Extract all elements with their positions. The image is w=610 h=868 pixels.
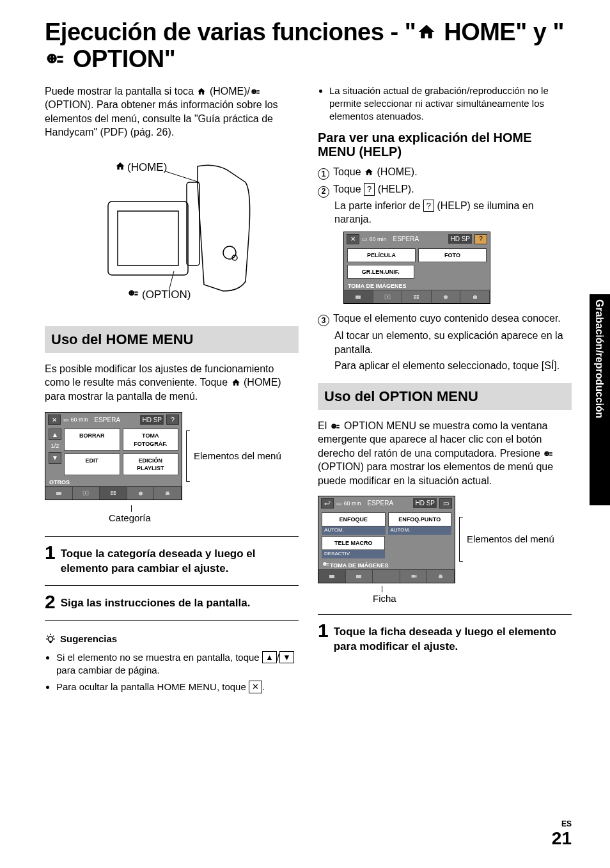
annotation-items: Elementos del menú	[194, 450, 281, 462]
menu-item[interactable]: PELÍCULA	[347, 248, 416, 262]
menu-item[interactable]: TOMA FOTOGRÁF.	[123, 429, 179, 450]
note-item: La situación actual de grabación/reprodu…	[329, 84, 572, 123]
help-step-1: 1Toque (HOME).	[318, 165, 572, 180]
home-menu-section-header: Uso del HOME MENU	[45, 326, 299, 353]
down-icon[interactable]: ▼	[49, 452, 61, 464]
menu-item[interactable]: EDIT	[64, 454, 120, 475]
svg-rect-15	[108, 201, 188, 275]
note-list: La situación actual de grabación/reprodu…	[318, 84, 572, 123]
option-icon	[543, 450, 554, 459]
back-icon[interactable]: ⮐	[321, 498, 334, 509]
menu-item[interactable]: FOTO	[418, 248, 487, 262]
battery-indicator: ▭ 60 min	[362, 235, 387, 243]
left-column: Puede mostrar la pantalla si toca (HOME)…	[45, 84, 299, 842]
page-footer: ES 21	[552, 819, 572, 849]
svg-rect-14	[187, 182, 199, 265]
menu-item[interactable]: ENFOQUE	[322, 512, 386, 526]
diagram-option-label: (OPTION)	[142, 288, 191, 301]
svg-rect-39	[411, 575, 415, 578]
svg-rect-24	[111, 494, 113, 496]
battery-indicator: ▭ 60 min	[63, 416, 88, 423]
svg-rect-33	[414, 297, 416, 299]
home-menu-screenshot: ✕ ▭ 60 min ESPERA HD SP ? ▲ 1/2 ▼	[45, 412, 299, 500]
annotation-items: Elementos del menú	[467, 533, 554, 546]
svg-rect-41	[439, 574, 442, 576]
help-icon[interactable]: ?	[474, 234, 487, 244]
close-icon[interactable]: ✕	[48, 414, 61, 425]
svg-rect-31	[414, 295, 416, 297]
svg-rect-36	[474, 296, 476, 297]
title-option: OPTION"	[66, 45, 175, 72]
menu-item[interactable]: ENFOQ.PUNTO	[388, 512, 452, 526]
section-tab: Grabación/reproducción	[590, 294, 610, 505]
down-icon: ▼	[279, 651, 294, 664]
svg-marker-21	[85, 493, 87, 494]
svg-rect-16	[118, 211, 178, 265]
page-number: 21	[552, 828, 572, 849]
svg-rect-38	[356, 575, 361, 578]
right-column: La situación actual de grabación/reprodu…	[318, 84, 572, 842]
home-menu-paragraph: Es posible modificar los ajustes de func…	[45, 362, 299, 404]
help-icon[interactable]: ?	[166, 414, 179, 425]
up-icon[interactable]: ▲	[49, 429, 61, 440]
help-step-3: 3Toque el elemento cuyo contenido desea …	[318, 312, 572, 373]
option-menu-section-header: Uso del OPTION MENU	[318, 383, 572, 410]
close-icon: ✕	[249, 681, 262, 693]
battery-indicator: ▭ 60 min	[336, 500, 361, 507]
step-1: 1 Toque la categoría deseada y luego el …	[45, 543, 299, 576]
option-icon	[330, 423, 341, 432]
option-tabs[interactable]	[318, 569, 455, 583]
annotation-category: Categoría	[109, 512, 299, 525]
svg-point-12	[223, 246, 236, 259]
page-title: Ejecución de varias funciones - " HOME" …	[45, 19, 572, 73]
menu-item[interactable]: BORRAR	[64, 429, 120, 450]
help-icon: ?	[423, 200, 434, 212]
menu-item[interactable]: TELE MACRO	[322, 536, 385, 550]
tip-item: Si el elemento no se muestra en pantalla…	[56, 651, 299, 677]
category-tabs[interactable]	[344, 290, 490, 303]
category-tabs[interactable]	[45, 486, 182, 500]
svg-rect-23	[113, 491, 116, 493]
help-subheader: Para ver una explicación del HOME MENU (…	[318, 130, 572, 159]
home-icon	[364, 168, 374, 177]
help-screenshot: ✕ ▭ 60 min ESPERA HD SP ? PELÍCULA FOTO …	[343, 232, 490, 304]
svg-rect-37	[329, 575, 334, 578]
up-icon: ▲	[262, 651, 277, 664]
svg-rect-34	[417, 297, 419, 299]
annotation-ficha: Ficha	[373, 592, 572, 605]
tips-header: Sugerencias	[45, 633, 299, 645]
tip-item: Para ocultar la pantalla HOME MENU, toqu…	[56, 681, 299, 693]
option-icon	[250, 88, 262, 97]
svg-rect-35	[473, 296, 477, 299]
svg-rect-22	[111, 491, 113, 493]
option-menu-paragraph: El OPTION MENU se muestra como la ventan…	[318, 419, 572, 488]
svg-rect-26	[166, 493, 169, 495]
option-step-1: 1 Toque la ficha deseada y luego el elem…	[318, 621, 572, 654]
svg-rect-25	[113, 494, 116, 496]
svg-rect-19	[56, 492, 61, 495]
intro-paragraph: Puede mostrar la pantalla si toca (HOME)…	[45, 84, 299, 139]
menu-item[interactable]: EDICIÓN PLAYLIST	[123, 454, 179, 475]
option-menu-screenshot: ⮐ ▭ 60 min ESPERA HD SP ▭ ENFOQUE AUTOM.	[318, 496, 572, 583]
home-icon	[416, 22, 437, 42]
title-pre: Ejecución de varias funciones - "	[45, 19, 416, 45]
svg-rect-27	[166, 492, 169, 493]
home-icon	[231, 378, 241, 387]
title-home: HOME" y "	[437, 19, 564, 45]
diagram-home-label: (HOME)	[127, 161, 167, 173]
svg-rect-32	[417, 295, 419, 297]
svg-line-17	[166, 171, 199, 182]
menu-item[interactable]: GR.LEN.UNIF.	[347, 265, 414, 279]
home-icon	[196, 87, 207, 96]
card-icon: ▭	[439, 498, 452, 509]
bulb-icon	[45, 633, 56, 645]
help-step-2: 2Toque ? (HELP). La parte inferior de ? …	[318, 182, 572, 226]
svg-rect-28	[356, 296, 361, 299]
svg-rect-40	[439, 576, 442, 578]
step-2: 2 Siga las instrucciones de la pantalla.	[45, 592, 299, 612]
camera-diagram: (HOME) (OPTION)	[86, 147, 258, 313]
close-icon[interactable]: ✕	[347, 234, 359, 244]
svg-marker-30	[387, 296, 389, 298]
option-icon	[45, 52, 66, 70]
help-icon: ?	[364, 183, 375, 196]
